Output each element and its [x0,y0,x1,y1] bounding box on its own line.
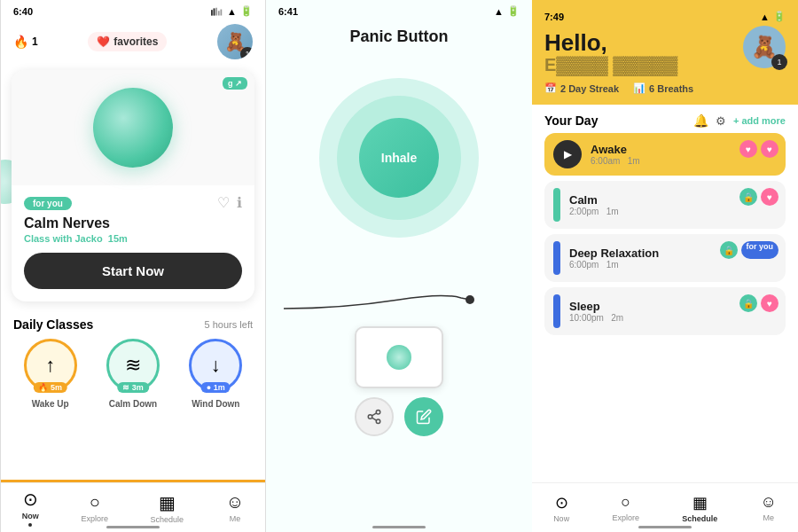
daily-classes-header: Daily Classes 5 hours left [1,305,265,339]
wakeup-label: Wake Up [32,399,69,409]
nav-now[interactable]: ⊙ Now [22,489,39,527]
now-icon: ⊙ [23,489,38,510]
svg-point-2 [368,415,372,419]
favorites-button[interactable]: ❤️ favorites [88,32,167,51]
status-bar-2: 6:41 ▲ 🔋 [266,0,532,20]
phone-2: 6:41 ▲ 🔋 Panic Button Inhale [266,0,532,532]
nav-schedule-3[interactable]: ▦ Schedule [682,493,717,523]
meditation-orb [93,88,173,168]
nav-me-3[interactable]: ☺ Me [760,493,776,522]
sleep-meta: 10:00pm 2m [569,313,777,323]
svg-line-5 [372,413,376,416]
calm-nerves-card: g ↗ for you Calm Nerves Class with Jacko… [12,70,254,301]
class-item-winddown[interactable]: ↓ ● 1m Wind Down [179,339,253,409]
greeting-text: Hello, [544,29,677,57]
chart-icon: 📊 [633,82,645,94]
nav-explore-3[interactable]: ○ Explore [612,493,639,522]
lock-tag-sleep: 🔒 [739,294,757,312]
schedule-icon-1: ▦ [159,492,176,513]
calendar-icon: 📅 [544,82,557,94]
add-more-button[interactable]: + add more [733,115,786,126]
p3-header: 7:49 ▲ 🔋 Hello, E▓▓▓▓ ▓▓▓▓▓ 🧸 1 📅 2 Day … [532,0,798,105]
home-indicator-2 [372,526,426,528]
breaths-stat: 📊 6 Breaths [633,82,693,94]
avatar-badge-3: 1 [771,54,787,70]
p3-top-row: Hello, E▓▓▓▓ ▓▓▓▓▓ 🧸 1 [544,26,786,75]
me-label-3: Me [763,513,774,522]
sleep-tags: 🔒 ♥ [739,294,778,312]
calmdown-label: Calm Down [109,399,157,409]
svg-point-1 [376,411,380,415]
home-indicator-1 [106,526,160,528]
lock-tag-calm: 🔒 [739,188,757,206]
filter-icon[interactable]: ⚙ [716,114,726,128]
winddown-label: Wind Down [192,399,239,409]
heart-icon: ❤️ [97,35,110,48]
start-now-button[interactable]: Start Now [24,253,242,289]
streak-stat: 📅 2 Day Streak [544,82,619,94]
foryou-tag-relax: for you [741,241,779,259]
nav-now-label: Now [22,512,39,520]
schedule-item-relax[interactable]: Deep Relaxation 6:00pm 1m 🔒 for you [544,234,786,282]
heart-tag-sleep: ♥ [761,294,778,312]
schedule-item-sleep[interactable]: Sleep 10:00pm 2m 🔒 ♥ [544,287,786,335]
heart-card-icon[interactable]: ♡ [217,194,230,211]
bottom-nav-1: ⊙ Now ○ Explore ▦ Schedule ☺ Me [1,482,265,532]
inhale-label: Inhale [381,151,417,165]
schedule-icon-3: ▦ [692,493,708,512]
wakeup-circle: ↑ 🔥 5m [24,339,77,392]
card-subtitle: Class with Jacko 15m [24,233,128,244]
for-you-tag: for you [24,197,72,210]
status-icons-2: ▲ 🔋 [494,5,520,17]
nav-now-3[interactable]: ⊙ Now [553,493,569,523]
share-button[interactable] [355,397,394,436]
phone-3: 7:49 ▲ 🔋 Hello, E▓▓▓▓ ▓▓▓▓▓ 🧸 1 📅 2 Day … [532,0,798,532]
avatar-wrap-3[interactable]: 🧸 1 [743,26,786,68]
schedule-item-calm[interactable]: Calm 2:00pm 1m 🔒 ♥ [544,181,786,229]
nav-me-label-1: Me [230,514,241,523]
heart-tag-1: ♥ [739,140,757,158]
edit-button[interactable] [404,397,443,436]
card-orb-area: g ↗ [12,70,254,185]
relax-dot [553,241,560,275]
ring-mid: Inhale [337,96,461,220]
play-button-awake[interactable]: ▶ [553,140,582,168]
me-icon-1: ☺ [226,492,244,512]
user-name: E▓▓▓▓ ▓▓▓▓▓ [544,55,677,75]
time-2: 6:41 [278,6,298,17]
explore-icon-3: ○ [621,493,630,512]
avatar-1[interactable]: 🧸 1 [217,24,253,59]
schedule-item-awake[interactable]: ▶ Awake 6:00am 1m ♥ ♥ [544,133,786,176]
status-bar-3: 7:49 ▲ 🔋 [544,7,786,26]
status-icons-1: ▲ 🔋 [211,5,253,17]
me-icon-3: ☺ [760,493,776,512]
p1-header: 🔥 1 ❤️ favorites 🧸 1 [1,20,265,66]
calmdown-badge: ≋ 3m [117,382,149,393]
sleep-dot [553,294,560,328]
phone-mini-preview [355,326,443,388]
class-item-wakeup[interactable]: ↑ 🔥 5m Wake Up [13,339,87,409]
info-card-icon[interactable]: ℹ [237,194,242,211]
card-title: Calm Nerves [24,215,128,231]
calm-dot [553,188,560,222]
nav-me-1[interactable]: ☺ Me [226,492,244,523]
ring-outer: Inhale [319,78,479,238]
bottom-nav-3: ⊙ Now ○ Explore ▦ Schedule ☺ Me [532,482,798,532]
nav-schedule-label-1: Schedule [151,515,184,524]
breathing-animation: Inhale [266,60,532,255]
notification-icon[interactable]: 🔔 [693,113,708,128]
daily-classes-title: Daily Classes [13,317,93,332]
relax-meta: 6:00pm 1m [569,260,777,270]
ring-inner[interactable]: Inhale [359,118,439,198]
panic-button-title: Panic Button [266,20,532,60]
heart-tag-calm: ♥ [761,188,778,206]
status-bar-1: 6:40 ▲ 🔋 [1,0,265,20]
relax-tags: 🔒 for you [720,241,779,259]
time-1: 6:40 [13,6,33,17]
class-item-calmdown[interactable]: ≋ ≋ 3m Calm Down [96,339,169,409]
lock-tag-relax: 🔒 [720,241,738,259]
nav-schedule-1[interactable]: ▦ Schedule [151,492,184,524]
stats-row: 📅 2 Day Streak 📊 6 Breaths [544,82,786,94]
nav-explore-1[interactable]: ○ Explore [81,492,108,523]
home-indicator-3 [638,526,692,528]
